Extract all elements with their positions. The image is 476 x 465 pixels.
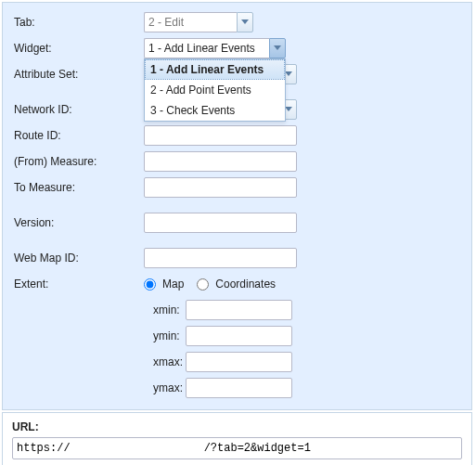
combo-widget[interactable]: 1 - Add Linear Events 2 - Add Point Even… xyxy=(144,38,286,58)
label-url: URL: xyxy=(12,420,462,433)
label-tab: Tab: xyxy=(14,16,144,29)
url-panel: URL: xyxy=(2,412,472,465)
widget-trigger[interactable] xyxy=(269,38,286,58)
chevron-down-icon xyxy=(274,45,281,51)
row-tab: Tab: xyxy=(14,12,460,32)
row-extent: Extent: Map Coordinates xyxy=(14,274,460,294)
radio-map[interactable] xyxy=(144,278,156,291)
row-ymax: ymax: xyxy=(144,378,460,398)
radio-map-label[interactable]: Map xyxy=(162,278,184,291)
label-to-measure: To Measure: xyxy=(14,181,144,194)
to-measure-input[interactable] xyxy=(144,177,297,198)
label-web-map-id: Web Map ID: xyxy=(14,252,144,265)
tab-trigger[interactable] xyxy=(237,12,253,32)
row-xmin: xmin: xyxy=(144,300,460,320)
version-input[interactable] xyxy=(144,213,297,233)
label-network-id: Network ID: xyxy=(14,103,144,116)
label-ymax: ymax: xyxy=(144,381,186,394)
row-widget: Widget: 1 - Add Linear Events 2 - Add Po… xyxy=(14,38,460,58)
radio-coords-label[interactable]: Coordinates xyxy=(215,278,276,291)
row-version: Version: xyxy=(14,213,460,233)
widget-input[interactable] xyxy=(144,38,269,58)
label-ymin: ymin: xyxy=(144,329,186,342)
ymax-input[interactable] xyxy=(186,378,292,398)
row-web-map-id: Web Map ID: xyxy=(14,248,460,268)
label-attribute-set: Attribute Set: xyxy=(14,68,144,81)
chevron-down-icon xyxy=(241,19,249,25)
widget-option-1[interactable]: 1 - Add Linear Events xyxy=(145,59,285,80)
row-xmax: xmax: xyxy=(144,352,460,372)
xmax-input[interactable] xyxy=(186,352,292,372)
tab-input[interactable] xyxy=(144,12,237,32)
radio-coordinates[interactable] xyxy=(197,278,209,291)
web-map-id-input[interactable] xyxy=(144,248,297,268)
form-panel: Tab: Widget: 1 - Add Linear Events 2 - A… xyxy=(2,2,472,410)
label-xmin: xmin: xyxy=(144,304,186,316)
label-version: Version: xyxy=(14,216,144,229)
url-input[interactable] xyxy=(12,437,462,459)
route-id-input[interactable] xyxy=(144,125,297,146)
widget-option-3[interactable]: 3 - Check Events xyxy=(145,100,285,121)
row-route-id: Route ID: xyxy=(14,125,460,146)
label-route-id: Route ID: xyxy=(14,129,144,142)
row-from-measure: (From) Measure: xyxy=(14,151,460,172)
extent-radio-group: Map Coordinates xyxy=(144,278,285,291)
chevron-down-icon xyxy=(285,71,292,77)
combo-tab[interactable] xyxy=(144,12,253,32)
xmin-input[interactable] xyxy=(186,300,292,320)
widget-option-2[interactable]: 2 - Add Point Events xyxy=(145,80,285,100)
row-to-measure: To Measure: xyxy=(14,177,460,198)
label-from-measure: (From) Measure: xyxy=(14,155,144,168)
label-xmax: xmax: xyxy=(144,355,186,368)
label-widget: Widget: xyxy=(14,42,144,55)
ymin-input[interactable] xyxy=(186,326,292,346)
row-ymin: ymin: xyxy=(144,326,460,346)
chevron-down-icon xyxy=(285,107,292,112)
label-extent: Extent: xyxy=(14,278,144,291)
widget-dropdown: 1 - Add Linear Events 2 - Add Point Even… xyxy=(144,58,286,122)
from-measure-input[interactable] xyxy=(144,151,297,172)
